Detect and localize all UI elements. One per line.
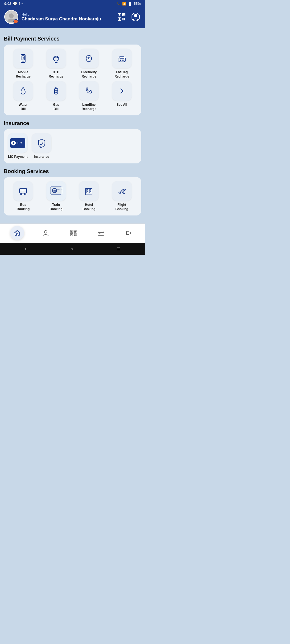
call-icon: 📞 [117, 2, 121, 5]
service-flight-booking[interactable]: FlightBooking [107, 181, 137, 211]
see-all-icon-box [112, 81, 132, 101]
insurance-card: LIC LIC Payment Insurance [4, 129, 141, 163]
lic-icon-box: LIC [8, 133, 27, 153]
water-bill-label: WaterBill [19, 103, 28, 111]
nav-logout[interactable] [122, 228, 135, 237]
service-landline-recharge[interactable]: LandlineRecharge [74, 81, 104, 111]
svg-rect-48 [90, 189, 91, 191]
booking-service-grid: BusBooking RC IRCTC TrainBooking [8, 181, 137, 211]
fastag-recharge-label: FASTagRecharge [114, 70, 129, 79]
svg-point-32 [56, 92, 57, 93]
nav-profile[interactable] [39, 228, 52, 237]
svg-rect-50 [90, 192, 91, 193]
svg-text:₹: ₹ [23, 57, 24, 59]
header-actions [117, 12, 141, 22]
time-display: 9:02 [4, 2, 11, 6]
message-icon: 💬 [13, 2, 17, 6]
bill-payment-title: Bill Payment Services [4, 36, 141, 42]
svg-rect-61 [74, 235, 75, 236]
train-booking-icon-box: RC IRCTC [46, 181, 66, 201]
svg-rect-49 [87, 192, 88, 193]
insurance-grid: LIC LIC Payment Insurance [8, 133, 137, 159]
svg-text:RC: RC [53, 190, 57, 192]
dth-recharge-icon-box [46, 49, 66, 68]
svg-rect-25 [120, 60, 121, 61]
home-button[interactable]: ○ [70, 247, 73, 251]
service-see-all[interactable]: See All [107, 81, 137, 111]
svg-text:LIC: LIC [17, 141, 22, 145]
electricity-recharge-label: ElectricityRecharge [81, 70, 97, 79]
user-name: Chadaram Surya Chandra Nookaraju [21, 16, 113, 22]
status-bar: 9:02 💬 f • 📞 📶 ▐▌ 55% [0, 0, 145, 7]
bill-payment-card: ₹ MobileRecharge DTHRecharge [4, 45, 141, 115]
svg-rect-59 [74, 233, 75, 235]
svg-rect-58 [71, 234, 72, 235]
svg-rect-62 [75, 235, 77, 236]
service-train-booking[interactable]: RC IRCTC TrainBooking [41, 181, 71, 211]
service-gas-bill[interactable]: GasBill [41, 81, 71, 111]
svg-point-39 [20, 193, 22, 195]
avatar-wrap[interactable]: ✓ [4, 10, 18, 24]
service-mobile-recharge[interactable]: ₹ MobileRecharge [8, 49, 38, 79]
svg-point-0 [9, 13, 14, 18]
svg-rect-9 [124, 18, 125, 19]
svg-rect-56 [74, 230, 76, 232]
service-dth-recharge[interactable]: DTHRecharge [41, 49, 71, 79]
facebook-icon: f [19, 2, 20, 6]
status-right: 📞 📶 ▐▌ 55% [117, 2, 141, 6]
flight-booking-icon-box [112, 181, 132, 201]
svg-rect-29 [55, 88, 58, 94]
qr-scanner-button[interactable] [117, 12, 127, 22]
service-water-bill[interactable]: WaterBill [8, 81, 38, 111]
service-electricity-recharge[interactable]: ElectricityRecharge [74, 49, 104, 79]
svg-rect-65 [99, 233, 100, 234]
recents-button[interactable]: ☰ [117, 247, 120, 251]
insurance-title: Insurance [4, 120, 141, 126]
svg-rect-26 [122, 60, 124, 61]
bottom-navigation [0, 224, 145, 243]
mobile-recharge-icon-box: ₹ [13, 49, 33, 68]
svg-point-40 [24, 193, 26, 195]
fastag-icon-box [112, 49, 132, 68]
insurance-icon-box [32, 133, 51, 153]
hotel-booking-icon-box [79, 181, 99, 201]
svg-rect-7 [119, 18, 120, 20]
battery-display: 55% [134, 2, 141, 6]
header-text: Hello, Chadaram Surya Chandra Nookaraju [21, 12, 113, 22]
service-bus-booking[interactable]: BusBooking [8, 181, 38, 211]
svg-point-18 [53, 57, 59, 61]
wifi-icon: 📶 [122, 2, 126, 6]
dth-recharge-label: DTHRecharge [49, 70, 63, 79]
back-button[interactable]: ‹ [25, 246, 27, 252]
booking-services-card: BusBooking RC IRCTC TrainBooking [4, 177, 141, 215]
user-profile-button[interactable] [130, 12, 141, 22]
see-all-label: See All [117, 103, 127, 107]
bus-booking-label: BusBooking [17, 203, 30, 211]
nav-home[interactable] [10, 226, 24, 240]
nav-payments[interactable] [95, 228, 107, 237]
bus-booking-icon-box [13, 181, 33, 201]
lic-payment-label: LIC Payment [8, 155, 28, 159]
signal-icon: ▐▌ [128, 2, 132, 5]
insurance-label: Insurance [34, 155, 49, 159]
landline-recharge-label: LandlineRecharge [82, 103, 96, 111]
svg-rect-30 [55, 87, 57, 89]
header: ✓ Hello, Chadaram Surya Chandra Nookaraj… [0, 7, 145, 28]
svg-point-12 [134, 14, 137, 17]
nav-qr[interactable] [67, 228, 79, 237]
service-fastag-recharge[interactable]: FASTagRecharge [107, 49, 137, 79]
flight-booking-label: FlightBooking [115, 203, 128, 211]
main-content: Bill Payment Services ₹ MobileRecharge [0, 28, 145, 224]
hotel-booking-label: HotelBooking [82, 203, 95, 211]
svg-text:IRCTC: IRCTC [57, 188, 63, 190]
service-lic-payment[interactable]: LIC LIC Payment [8, 133, 28, 159]
verified-badge: ✓ [13, 19, 18, 24]
svg-rect-60 [75, 233, 77, 235]
greeting-text: Hello, [21, 12, 113, 16]
electricity-icon-box [79, 49, 99, 68]
service-insurance[interactable]: Insurance [32, 133, 51, 159]
svg-rect-63 [98, 231, 104, 235]
gas-bill-label: GasBill [53, 103, 59, 111]
bill-service-grid: ₹ MobileRecharge DTHRecharge [8, 49, 137, 111]
service-hotel-booking[interactable]: HotelBooking [74, 181, 104, 211]
